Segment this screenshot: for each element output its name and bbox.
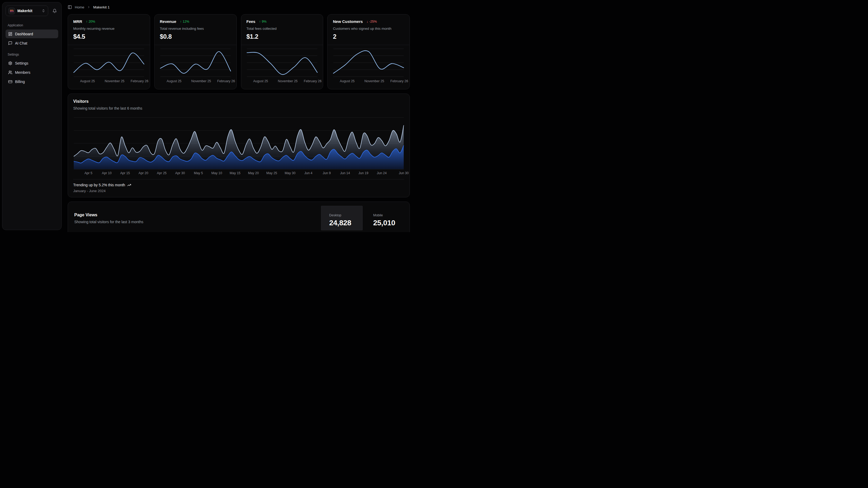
- dashboard-icon: [8, 32, 12, 36]
- visitors-area-chart: [73, 115, 404, 170]
- card-title: New Customers: [333, 19, 363, 24]
- x-axis-tick: Jun 19: [359, 171, 368, 175]
- gear-icon: [8, 61, 12, 65]
- workspace-selector[interactable]: m Makerkit: [5, 5, 48, 16]
- x-axis-tick: May 20: [248, 171, 259, 175]
- x-axis: August 25 November 25 February 26: [333, 79, 404, 84]
- x-axis-tick: Apr 15: [120, 171, 130, 175]
- sidebar-item-dashboard[interactable]: Dashboard: [5, 30, 58, 38]
- x-axis-tick: Apr 25: [157, 171, 167, 175]
- breadcrumb-home-link[interactable]: Home: [75, 5, 84, 9]
- trend-badge: ↑12%: [180, 20, 189, 24]
- card-value: $4.5: [73, 33, 145, 40]
- trend-up-arrow-icon: ↑: [180, 20, 181, 24]
- fees-card: Fees ↑9% Total fees collected $1.2 Augus…: [241, 14, 323, 89]
- x-axis: August 25 November 25 February 26: [73, 79, 145, 84]
- page-views-toggles: Desktop 24,828 Mobile 25,010: [321, 206, 407, 232]
- divider: [155, 45, 237, 45]
- sidebar-item-settings[interactable]: Settings: [5, 59, 58, 67]
- card-description: Customers who signed up this month: [333, 27, 404, 31]
- nav-section-label: Application: [5, 24, 58, 27]
- trend-badge: ↑9%: [259, 20, 267, 24]
- x-axis-tick: August 25: [340, 79, 354, 83]
- members-icon: [8, 70, 12, 75]
- x-axis-tick: Apr 20: [138, 171, 148, 175]
- x-axis-tick: November 25: [105, 79, 125, 83]
- divider: [241, 45, 323, 45]
- breadcrumb: Home Makerkit 1: [68, 4, 410, 10]
- main-content: Home Makerkit 1 MRR ↑20% Monthly recurri…: [68, 0, 410, 232]
- x-axis-tick: November 25: [191, 79, 211, 83]
- trending-up-icon: [127, 183, 131, 187]
- notifications-button[interactable]: [51, 7, 58, 15]
- page-views-card: Page Views Showing total visitors for th…: [68, 202, 410, 232]
- x-axis-tick: May 30: [285, 171, 296, 175]
- x-axis-tick: Jun 9: [322, 171, 331, 175]
- breadcrumb-current: Makerkit 1: [93, 5, 110, 9]
- x-axis-tick: February 26: [390, 79, 408, 83]
- mrr-card: MRR ↑20% Monthly recurring revenue $4.5 …: [68, 14, 150, 89]
- sidebar-item-ai-chat[interactable]: AI Chat: [5, 39, 58, 48]
- card-value: 2: [333, 33, 404, 40]
- sidebar-item-label: Billing: [15, 80, 25, 84]
- x-axis-tick: August 25: [167, 79, 181, 83]
- x-axis-tick: Jun 24: [377, 171, 387, 175]
- trend-up-arrow-icon: ↑: [86, 20, 87, 24]
- x-axis-tick: August 25: [253, 79, 268, 83]
- visitors-trend-text: Trending up by 5.2% this month: [73, 183, 125, 187]
- sidebar-toggle-button[interactable]: [68, 5, 72, 9]
- toggle-label: Mobile: [373, 213, 407, 217]
- card-description: Total fees collected: [247, 27, 318, 31]
- card-description: Monthly recurring revenue: [73, 27, 145, 31]
- card-title: MRR: [73, 19, 82, 24]
- revenue-sparkline-chart: [160, 46, 231, 77]
- divider: [68, 45, 150, 45]
- x-axis-tick: May 15: [230, 171, 241, 175]
- mrr-sparkline-chart: [73, 46, 145, 77]
- x-axis-tick: May 10: [211, 171, 222, 175]
- mobile-toggle-button[interactable]: Mobile 25,010: [365, 206, 407, 230]
- divider: [328, 45, 409, 45]
- x-axis-tick: February 26: [217, 79, 235, 83]
- x-axis-tick: November 25: [278, 79, 298, 83]
- trend-badge: ↑20%: [86, 20, 95, 24]
- x-axis-tick: Jun 30: [399, 171, 409, 175]
- x-axis: August 25 November 25 February 26: [247, 79, 318, 84]
- card-value: $0.8: [160, 33, 231, 40]
- visitors-footer: Trending up by 5.2% this month January -…: [73, 179, 404, 193]
- card-title: Revenue: [160, 19, 177, 24]
- trend-up-arrow-icon: ↑: [259, 20, 261, 24]
- sidebar-item-members[interactable]: Members: [5, 68, 58, 77]
- chat-icon: [8, 41, 12, 45]
- visitors-title: Visitors: [73, 99, 404, 104]
- chevron-right-icon: [87, 5, 90, 9]
- sidebar-item-billing[interactable]: Billing: [5, 77, 58, 86]
- x-axis-tick: Apr 10: [102, 171, 112, 175]
- x-axis-tick: Jun 14: [340, 171, 350, 175]
- makerkit-logo: m: [8, 8, 15, 14]
- sidebar-item-label: Dashboard: [15, 32, 33, 36]
- x-axis-tick: Jun 4: [304, 171, 313, 175]
- trend-badge: ↓-25%: [367, 20, 377, 24]
- visitors-x-axis: Apr 5Apr 10Apr 15Apr 20Apr 25Apr 30May 5…: [73, 171, 404, 176]
- page-views-title: Page Views: [74, 213, 143, 218]
- x-axis-tick: May 25: [266, 171, 277, 175]
- credit-card-icon: [8, 80, 12, 84]
- revenue-card: Revenue ↑12% Total revenue including fee…: [154, 14, 237, 89]
- x-axis-tick: February 26: [304, 79, 321, 83]
- bell-icon: [53, 9, 57, 13]
- trend-down-arrow-icon: ↓: [367, 20, 368, 24]
- workspace-name: Makerkit: [18, 9, 39, 13]
- x-axis-tick: May 5: [194, 171, 203, 175]
- x-axis: August 25 November 25 February 26: [160, 79, 231, 84]
- sidebar-item-label: AI Chat: [15, 41, 27, 45]
- mobile-count: 25,010: [373, 219, 407, 227]
- page-views-subtitle: Showing total visitors for the last 3 mo…: [74, 220, 143, 224]
- visitors-date-range: January - June 2024: [73, 189, 404, 193]
- toggle-label: Desktop: [329, 213, 362, 217]
- card-title: Fees: [247, 19, 255, 24]
- desktop-toggle-button[interactable]: Desktop 24,828: [321, 206, 363, 230]
- visitors-subtitle: Showing total visitors for the last 6 mo…: [73, 106, 404, 110]
- sidebar-item-label: Settings: [15, 61, 28, 65]
- fees-sparkline-chart: [247, 46, 318, 77]
